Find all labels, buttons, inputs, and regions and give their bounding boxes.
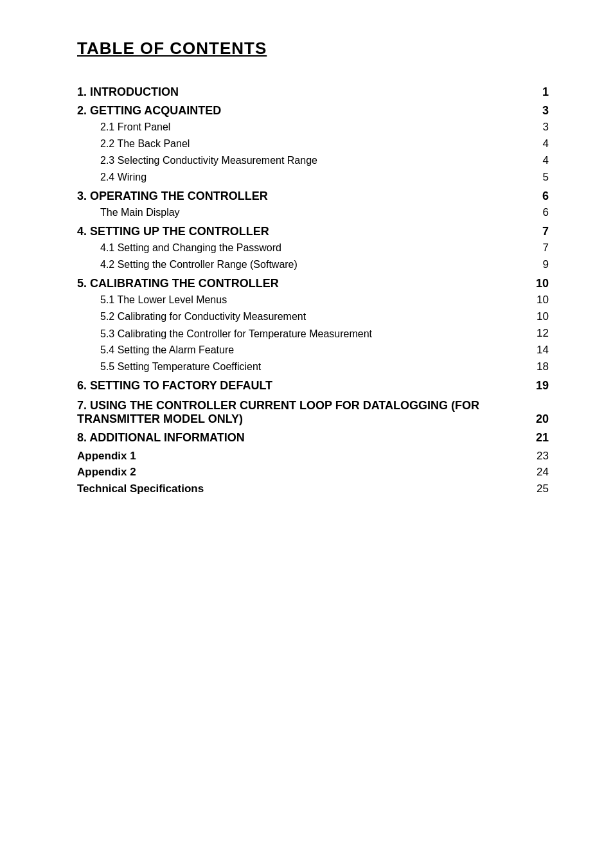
toc-label-app2: Appendix 2 (77, 466, 529, 479)
toc-label-s2-3: 2.3 Selecting Conductivity Measurement R… (77, 155, 529, 166)
toc-page-ch1: 1 (529, 85, 549, 99)
toc-entry-s2-2[interactable]: 2.2 The Back Panel 4 (77, 136, 549, 152)
toc-page-s4-1: 7 (529, 242, 549, 254)
toc-entry-app2[interactable]: Appendix 2 24 (77, 464, 549, 481)
toc-entry-s4-1[interactable]: 4.1 Setting and Changing the Password 7 (77, 240, 549, 256)
toc-entry-s5-3[interactable]: 5.3 Calibrating the Controller for Tempe… (77, 325, 549, 342)
toc-page-s5-3: 12 (529, 327, 549, 340)
toc-page-ch5: 10 (529, 277, 549, 290)
toc-label-s2-4: 2.4 Wiring (77, 172, 529, 183)
toc-page-s2-4: 5 (529, 171, 549, 184)
toc-entry-s2-1[interactable]: 2.1 Front Panel 3 (77, 119, 549, 136)
toc-entry-s5-4[interactable]: 5.4 Setting the Alarm Feature 14 (77, 342, 549, 359)
toc-entry-s5-1[interactable]: 5.1 The Lower Level Menus 10 (77, 292, 549, 308)
toc-page-s2-2: 4 (529, 137, 549, 150)
toc-page-ch4: 7 (529, 225, 549, 238)
toc-page-ch2: 3 (529, 104, 549, 118)
toc-label-s2-2: 2.2 The Back Panel (77, 138, 529, 150)
toc-page-s2-3: 4 (529, 154, 549, 167)
toc-label-ch6: 6. SETTING TO FACTORY DEFAULT (77, 379, 529, 393)
toc-entry-app1[interactable]: Appendix 1 23 (77, 446, 549, 464)
toc-page-ch6: 19 (529, 379, 549, 393)
toc-label-techspec: Technical Specifications (77, 483, 529, 495)
toc-label-ch4: 4. SETTING UP THE CONTROLLER (77, 225, 529, 238)
toc-label-app1: Appendix 1 (77, 450, 529, 463)
toc-entry-ch2[interactable]: 2. GETTING ACQUAINTED 3 (77, 100, 549, 119)
toc-label-s5-2: 5.2 Calibrating for Conductivity Measure… (77, 311, 529, 323)
toc-entry-ch1[interactable]: 1. INTRODUCTION 1 (77, 82, 549, 100)
toc-entry-ch7[interactable]: 7. USING THE CONTROLLER CURRENT LOOP FOR… (77, 394, 549, 427)
toc-page-app1: 23 (529, 450, 549, 463)
page-title: TABLE OF CONTENTS (77, 39, 549, 58)
toc-page-s5-1: 10 (529, 294, 549, 306)
toc-page-ch7: 20 (529, 412, 549, 426)
toc-label-s4-2: 4.2 Setting the Controller Range (Softwa… (77, 259, 529, 270)
toc-label-s5-1: 5.1 The Lower Level Menus (77, 294, 529, 306)
toc-entry-s5-5[interactable]: 5.5 Setting Temperature Coefficient 18 (77, 359, 549, 375)
toc-page-ch8: 21 (529, 431, 549, 445)
toc-label-ch5: 5. CALIBRATING THE CONTROLLER (77, 277, 529, 290)
toc-label-s2-1: 2.1 Front Panel (77, 121, 529, 133)
toc-label-ch1: 1. INTRODUCTION (77, 85, 529, 99)
toc-page-s4-2: 9 (529, 258, 549, 271)
toc-container: 1. INTRODUCTION 1 2. GETTING ACQUAINTED … (77, 82, 549, 497)
toc-label-s5-3: 5.3 Calibrating the Controller for Tempe… (77, 328, 529, 340)
toc-entry-s4-2[interactable]: 4.2 Setting the Controller Range (Softwa… (77, 256, 549, 273)
toc-label-ch2: 2. GETTING ACQUAINTED (77, 104, 529, 118)
toc-entry-techspec[interactable]: Technical Specifications 25 (77, 481, 549, 497)
toc-page-s5-5: 18 (529, 360, 549, 373)
toc-label-ch7: 7. USING THE CONTROLLER CURRENT LOOP FOR… (77, 399, 529, 426)
toc-page-ch3: 6 (529, 190, 549, 203)
toc-label-ch3: 3. OPERATING THE CONTROLLER (77, 190, 529, 203)
toc-entry-s5-2[interactable]: 5.2 Calibrating for Conductivity Measure… (77, 308, 549, 325)
toc-page-s5-2: 10 (529, 310, 549, 323)
toc-entry-s2-3[interactable]: 2.3 Selecting Conductivity Measurement R… (77, 152, 549, 169)
toc-entry-ch4[interactable]: 4. SETTING UP THE CONTROLLER 7 (77, 221, 549, 240)
toc-page-s2-1: 3 (529, 121, 549, 134)
toc-entry-ch8[interactable]: 8. ADDITIONAL INFORMATION 21 (77, 427, 549, 446)
toc-page-s3-1: 6 (529, 206, 549, 219)
toc-entry-ch3[interactable]: 3. OPERATING THE CONTROLLER 6 (77, 186, 549, 204)
toc-label-s3-1: The Main Display (77, 207, 529, 218)
toc-entry-ch5[interactable]: 5. CALIBRATING THE CONTROLLER 10 (77, 273, 549, 292)
toc-page-techspec: 25 (529, 483, 549, 495)
toc-page-s5-4: 14 (529, 344, 549, 357)
toc-label-s5-4: 5.4 Setting the Alarm Feature (77, 344, 529, 356)
toc-label-s4-1: 4.1 Setting and Changing the Password (77, 242, 529, 254)
toc-page-app2: 24 (529, 466, 549, 479)
toc-entry-ch6[interactable]: 6. SETTING TO FACTORY DEFAULT 19 (77, 375, 549, 394)
toc-entry-s3-1[interactable]: The Main Display 6 (77, 204, 549, 221)
toc-label-ch8: 8. ADDITIONAL INFORMATION (77, 431, 529, 445)
toc-label-s5-5: 5.5 Setting Temperature Coefficient (77, 361, 529, 373)
toc-entry-s2-4[interactable]: 2.4 Wiring 5 (77, 169, 549, 186)
